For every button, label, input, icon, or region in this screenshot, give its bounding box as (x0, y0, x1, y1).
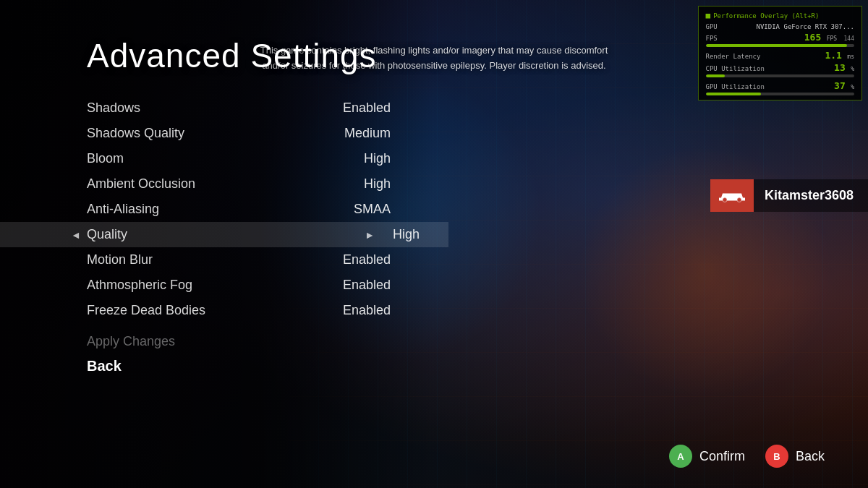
confirm-label: Confirm (699, 449, 745, 464)
settings-list: Shadows Enabled Shadows Quality Medium B… (87, 95, 420, 323)
settings-panel: Advanced Settings Shadows Enabled Shadow… (0, 0, 420, 488)
svg-point-1 (737, 198, 741, 202)
car-icon (718, 187, 746, 205)
setting-value: Medium (318, 126, 391, 141)
setting-name: Shadows (87, 100, 140, 116)
setting-name: Quality (87, 227, 127, 242)
setting-value: High (318, 176, 391, 192)
confirm-button[interactable]: A Confirm (669, 445, 745, 468)
nvidia-cpu-bar (706, 74, 854, 77)
setting-name: Freeze Dead Bodies (87, 303, 205, 318)
apply-changes-button[interactable]: Apply Changes (87, 329, 420, 354)
nvidia-cpu-row: CPU Utilization 13 % (706, 62, 854, 73)
profile-car-icon (710, 179, 754, 212)
nvidia-fps-bar (706, 44, 854, 47)
nvidia-overlay-title: ■ Performance Overlay (Alt+R) (706, 11, 854, 20)
setting-name: Shadows Quality (87, 126, 184, 141)
setting-name: Ambient Occlusion (87, 176, 195, 192)
back-button[interactable]: Back (87, 354, 420, 378)
setting-name: Bloom (87, 151, 124, 166)
nvidia-fps-row: FPS 165 FPS 144 (706, 32, 854, 43)
setting-name: Athmospheric Fog (87, 278, 192, 293)
settings-title: Advanced Settings (87, 36, 420, 75)
settings-row-motion-blur[interactable]: Motion Blur Enabled (87, 247, 420, 273)
setting-name: Anti-Aliasing (87, 202, 159, 217)
setting-value: Enabled (318, 252, 391, 267)
setting-value: SMAA (318, 202, 391, 217)
profile-username: Kitamster3608 (754, 182, 868, 209)
setting-value: Enabled (318, 100, 391, 116)
setting-name: Motion Blur (87, 252, 153, 267)
back-controller-label: Back (796, 449, 825, 464)
settings-row-athmospheric-fog[interactable]: Athmospheric Fog Enabled (87, 273, 420, 298)
settings-row-bloom[interactable]: Bloom High (87, 146, 420, 171)
nvidia-cpu-bar-fill (706, 74, 726, 77)
nvidia-gpu-util-row: GPU Utilization 37 % (706, 80, 854, 91)
nvidia-latency-row: Render Latency 1.1 ms (706, 50, 854, 61)
setting-value: High (318, 151, 391, 166)
settings-row-shadows-quality[interactable]: Shadows Quality Medium (87, 121, 420, 146)
settings-row-quality[interactable]: Quality High (0, 222, 448, 247)
nvidia-fps-bar-fill (706, 44, 847, 47)
back-controller-button[interactable]: B Back (765, 445, 825, 468)
profile-box: Kitamster3608 (710, 179, 868, 212)
setting-value: Enabled (318, 303, 391, 318)
nvidia-overlay: ■ Performance Overlay (Alt+R) GPU NVIDIA… (698, 6, 862, 100)
nvidia-gpu-util-bar (706, 93, 854, 95)
settings-row-shadows[interactable]: Shadows Enabled (87, 95, 420, 121)
setting-value: Enabled (318, 278, 391, 293)
confirm-circle: A (669, 445, 692, 468)
settings-row-anti-aliasing[interactable]: Anti-Aliasing SMAA (87, 197, 420, 222)
controller-bar: A Confirm B Back (669, 445, 825, 468)
back-circle: B (765, 445, 788, 468)
svg-point-0 (723, 198, 727, 202)
nvidia-gpu-row: GPU NVIDIA GeForce RTX 307... (706, 23, 854, 30)
settings-row-freeze-dead-bodies[interactable]: Freeze Dead Bodies Enabled (87, 298, 420, 323)
setting-value: High (347, 227, 420, 242)
settings-row-ambient-occlusion[interactable]: Ambient Occlusion High (87, 171, 420, 197)
nvidia-gpu-util-bar-fill (706, 93, 761, 95)
